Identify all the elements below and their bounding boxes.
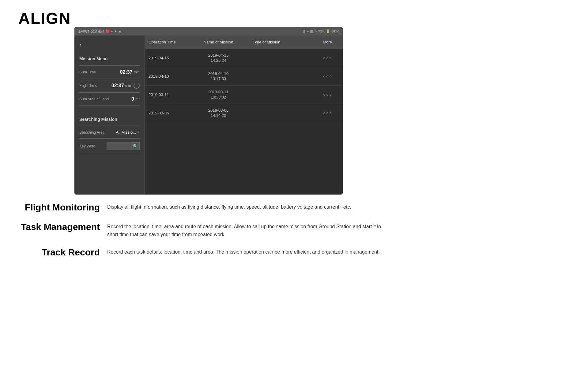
sum-area-field: Sum Area of Land 0 m² [74, 95, 145, 104]
dot-icon [330, 94, 331, 96]
status-bar: 僅可撥打緊急電話 🔴 ✦ ✦ ☁ ◎ ✦ |||| ✈ 32% 🔋 10:51 [74, 27, 343, 35]
sum-time-value: 02:37 min [120, 69, 140, 75]
status-right: ◎ ✦ |||| ✈ 32% 🔋 10:51 [303, 29, 340, 33]
dot-icon [323, 112, 325, 114]
dot-icon [326, 112, 328, 114]
td-name-4: 2019-03-0614:14:20 [188, 108, 249, 118]
divider-3 [79, 92, 140, 93]
status-right-text: ◎ ✦ |||| ✈ 32% 🔋 10:51 [303, 29, 340, 33]
sum-area-label: Sum Area of Land [79, 97, 109, 101]
divider-1 [79, 65, 140, 66]
td-name-3: 2019-03-1110:33:02 [188, 90, 249, 100]
searching-mission-section: Searching Mission Searching Area All Mis… [74, 112, 145, 154]
sum-time-label: Sum Time [79, 70, 96, 74]
keyword-search-button[interactable]: 🔍 [131, 142, 140, 150]
mission-menu-section: Mission Menu Sum Time 02:37 min Flight T… [74, 51, 145, 106]
searching-area-label: Searching Area [79, 130, 104, 135]
features-section: Flight Monitoring Display all flight inf… [18, 202, 386, 266]
keyword-input-wrap: 🔍 [107, 142, 140, 150]
flight-time-field: Flight Time 02:37 min [74, 81, 145, 91]
feature-desc-task-management: Record the location, time, area and rout… [107, 221, 386, 238]
align-logo: ALIGN [18, 9, 71, 28]
divider-4 [79, 106, 140, 106]
feature-row-flight-monitoring: Flight Monitoring Display all flight inf… [18, 202, 386, 213]
keyword-input[interactable] [107, 142, 131, 150]
divider-7 [79, 154, 140, 154]
dropdown-arrow-icon: ▼ [137, 131, 140, 134]
th-more: More [312, 40, 343, 44]
right-panel: Operation Time Name of Mission Type of M… [145, 35, 343, 195]
th-name-of-mission: Name of Mission [188, 40, 249, 44]
feature-title-track-record: Track Record [18, 247, 107, 258]
td-name-1: 2019-04-1514:25:24 [188, 53, 249, 63]
td-name-2: 2019-04-1013:17:33 [188, 71, 249, 82]
keyword-row: Key Word 🔍 [74, 140, 145, 152]
td-more-2[interactable] [312, 76, 343, 77]
dot-icon [323, 76, 325, 77]
table-header: Operation Time Name of Mission Type of M… [145, 35, 343, 49]
dot-icon [326, 57, 328, 59]
divider-5 [79, 126, 140, 126]
table-row[interactable]: 2019-04-15 2019-04-1514:25:24 [145, 49, 343, 67]
keyword-label: Key Word [79, 144, 95, 148]
dot-icon [323, 94, 325, 96]
divider-2 [79, 79, 140, 79]
searching-area-value[interactable]: All Missio... ▼ [116, 130, 140, 135]
feature-title-flight-monitoring: Flight Monitoring [18, 202, 107, 213]
table-body: 2019-04-15 2019-04-1514:25:24 2019-04-10 [145, 49, 343, 195]
dot-icon [330, 57, 331, 59]
th-operation-time: Operation Time [145, 40, 188, 44]
divider-6 [79, 138, 140, 139]
td-operation-2: 2019-04-10 [145, 74, 188, 79]
searching-mission-title: Searching Mission [74, 112, 145, 124]
search-icon: 🔍 [133, 144, 138, 149]
feature-desc-track-record: Record each task details: location, time… [107, 247, 386, 256]
feature-desc-flight-monitoring: Display all flight information, such as … [107, 202, 386, 211]
dot-icon [326, 94, 328, 96]
dot-icon [330, 76, 331, 77]
status-left: 僅可撥打緊急電話 🔴 ✦ ✦ ☁ [77, 29, 121, 34]
dot-icon [326, 76, 328, 77]
th-type-of-mission: Type of Mission [249, 40, 312, 44]
sidebar: ‹ Mission Menu Sum Time 02:37 min Flight… [74, 35, 145, 195]
app-content: ‹ Mission Menu Sum Time 02:37 min Flight… [74, 35, 343, 195]
td-operation-4: 2019-03-06 [145, 111, 188, 115]
flight-time-label: Flight Time [79, 84, 97, 88]
td-operation-1: 2019-04-15 [145, 56, 188, 60]
mission-menu-title: Mission Menu [74, 51, 145, 64]
td-more-4[interactable] [312, 112, 343, 114]
sum-area-value: 0 m² [131, 96, 140, 102]
table-row[interactable]: 2019-04-10 2019-04-1013:17:33 [145, 67, 343, 86]
feature-row-track-record: Track Record Record each task details: l… [18, 247, 386, 258]
refresh-icon[interactable] [134, 83, 140, 89]
status-left-text: 僅可撥打緊急電話 🔴 ✦ ✦ ☁ [77, 29, 121, 34]
table-row[interactable]: 2019-03-06 2019-03-0614:14:20 [145, 104, 343, 122]
feature-title-task-management: Task Management [18, 221, 107, 232]
dot-icon [323, 57, 325, 59]
td-more-3[interactable] [312, 94, 343, 96]
feature-row-task-management: Task Management Record the location, tim… [18, 221, 386, 238]
td-operation-3: 2019-03-11 [145, 92, 188, 97]
table-row[interactable]: 2019-03-11 2019-03-1110:33:02 [145, 86, 343, 104]
td-more-1[interactable] [312, 57, 343, 59]
back-button[interactable]: ‹ [74, 39, 145, 51]
sum-time-field: Sum Time 02:37 min [74, 68, 145, 77]
searching-area-row: Searching Area All Missio... ▼ [74, 128, 145, 136]
device-frame: 僅可撥打緊急電話 🔴 ✦ ✦ ☁ ◎ ✦ |||| ✈ 32% 🔋 10:51 … [74, 27, 343, 195]
dot-icon [330, 112, 331, 114]
flight-time-value: 02:37 min [111, 83, 140, 89]
